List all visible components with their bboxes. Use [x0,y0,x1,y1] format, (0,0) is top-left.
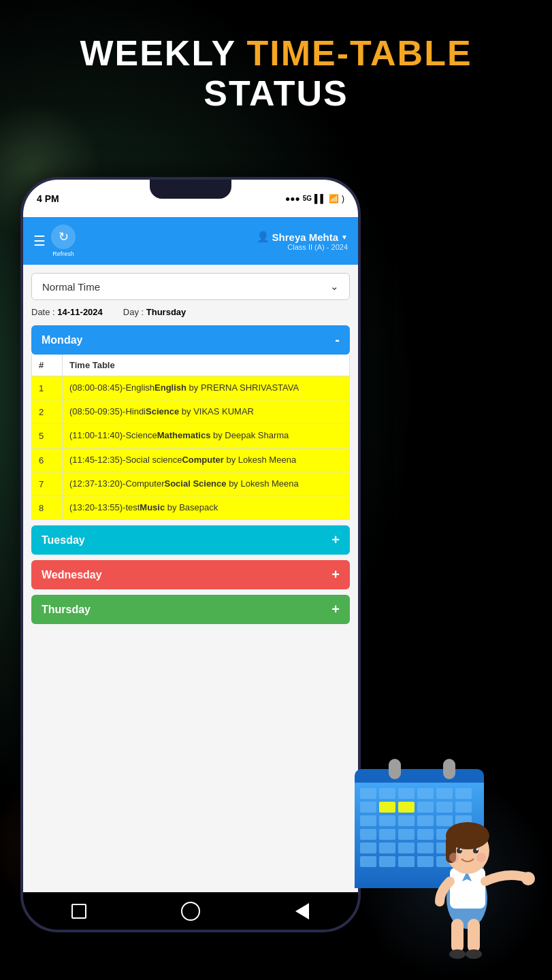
wednesday-label: Wednesday [42,569,102,581]
svg-rect-30 [379,843,395,853]
thursday-label: Thursday [42,604,91,616]
row-content: (11:45-12:35)-Social scienceComputer by … [63,448,349,472]
home-button[interactable] [180,901,201,921]
monday-header[interactable]: Monday - [31,325,350,355]
app-header: ☰ ↻ Refresh 👤 Shreya Mehta ▼ Class II (A… [23,217,358,265]
wifi-icon: 📶 [329,194,339,203]
network-icon: 5G [303,195,312,202]
thursday-toggle: + [331,602,340,617]
monday-section: Monday - # Time Table 1 (08:00-08:45)-En… [31,325,350,520]
svg-rect-11 [360,802,376,813]
user-name[interactable]: 👤 Shreya Mehta ▼ [257,231,348,243]
table-row: 2 (08:50-09:35)-HindiScience by VIKAS KU… [32,400,349,424]
svg-rect-5 [360,788,376,799]
date-value: 14-11-2024 [57,307,103,317]
table-row: 7 (12:37-13:20)-ComputerSocial Science b… [32,472,349,496]
svg-point-54 [476,849,478,851]
table-header-row: # Time Table [32,355,349,376]
status-icons: ●●● 5G ▌▌ 📶 ) [285,194,344,203]
header-left: ☰ ↻ Refresh [33,225,76,257]
phone-frame: 4 PM ●●● 5G ▌▌ 📶 ) ☰ ↻ Refresh 👤 Shreya … [20,177,361,932]
table-row: 1 (08:00-08:45)-EnglishEnglish by PRERNA… [32,376,349,400]
svg-point-45 [466,949,482,959]
back-triangle-icon [295,903,309,919]
svg-point-44 [449,949,466,959]
date-label: Date : [31,307,55,317]
svg-point-56 [476,853,486,862]
svg-rect-3 [389,759,401,779]
svg-rect-6 [379,788,395,799]
day-field: Day : Thursday [123,307,186,317]
header-right: 👤 Shreya Mehta ▼ Class II (A) - 2024 [257,231,348,251]
svg-rect-17 [360,815,376,826]
row-num: 1 [32,376,63,399]
tuesday-toggle: + [331,532,340,548]
battery-icon: ) [342,194,344,203]
monday-toggle: - [335,332,340,348]
svg-rect-12 [379,802,395,813]
home-circle-icon [181,902,200,921]
subject-bold: English [155,382,186,393]
svg-rect-35 [360,856,376,867]
thursday-section: Thursday + [31,595,350,624]
title-line1: WEEKLY TIME-TABLE [0,34,552,73]
svg-rect-36 [379,856,395,867]
signal-dots: ●●● [285,194,300,203]
svg-point-55 [449,853,459,862]
time-type-dropdown[interactable]: Normal Time ⌄ [31,273,350,300]
title-line2: STATUS [0,73,552,114]
subject-bold: Mathematics [157,430,211,440]
day-value: Thursday [146,307,186,317]
dropdown-chevron-icon: ⌄ [330,280,339,293]
row-num: 6 [32,448,63,472]
phone-notch [150,180,231,199]
back-button[interactable] [292,901,312,921]
svg-point-53 [460,849,462,851]
wednesday-header[interactable]: Wednesday + [31,560,350,589]
table-row: 8 (13:20-13:55)-testMusic by Basepack [32,496,349,519]
user-icon: 👤 [257,231,270,243]
refresh-button[interactable]: ↻ Refresh [51,225,76,257]
title-weekly: WEEKLY [80,33,246,73]
girl-character [402,735,538,966]
date-field: Date : 14-11-2024 [31,307,103,317]
subject-bold: Science [146,406,179,416]
col-num-header: # [32,355,63,376]
svg-rect-29 [360,843,376,853]
navigation-bar [23,892,358,930]
monday-label: Monday [42,334,82,346]
svg-rect-43 [468,919,480,953]
date-info-row: Date : 14-11-2024 Day : Thursday [31,307,350,317]
title-timetable: TIME-TABLE [247,33,472,73]
row-num: 2 [32,400,63,423]
table-row: 5 (11:00-11:40)-ScienceMathematics by De… [32,424,349,448]
subject-bold: Music [140,502,165,512]
row-num: 7 [32,472,63,495]
wednesday-section: Wednesday + [31,560,350,589]
tuesday-label: Tuesday [42,534,85,546]
col-timetable-header: Time Table [63,355,349,376]
dropdown-value: Normal Time [42,281,100,293]
refresh-label: Refresh [52,250,74,257]
back-square-button[interactable] [69,901,89,921]
day-label: Day : [123,307,144,317]
subject-bold: Social Science [164,478,226,489]
svg-rect-24 [379,829,395,840]
screen-content: Normal Time ⌄ Date : 14-11-2024 Day : Th… [23,265,358,892]
refresh-icon: ↻ [51,225,76,249]
row-content: (13:20-13:55)-testMusic by Basepack [63,496,349,519]
tuesday-header[interactable]: Tuesday + [31,525,350,555]
monday-timetable: # Time Table 1 (08:00-08:45)-EnglishEngl… [31,355,350,520]
hamburger-menu-icon[interactable]: ☰ [33,233,46,249]
svg-rect-23 [360,829,376,840]
chevron-down-icon: ▼ [341,233,348,241]
svg-rect-18 [379,815,395,826]
signal-bars: ▌▌ [314,194,326,203]
row-content: (11:00-11:40)-ScienceMathematics by Deep… [63,424,349,447]
thursday-header[interactable]: Thursday + [31,595,350,624]
row-content: (08:50-09:35)-HindiScience by VIKAS KUMA… [63,400,349,423]
status-bar: 4 PM ●●● 5G ▌▌ 📶 ) [23,180,358,217]
status-time: 4 PM [37,193,59,204]
row-num: 5 [32,424,63,447]
table-row: 6 (11:45-12:35)-Social scienceComputer b… [32,448,349,472]
